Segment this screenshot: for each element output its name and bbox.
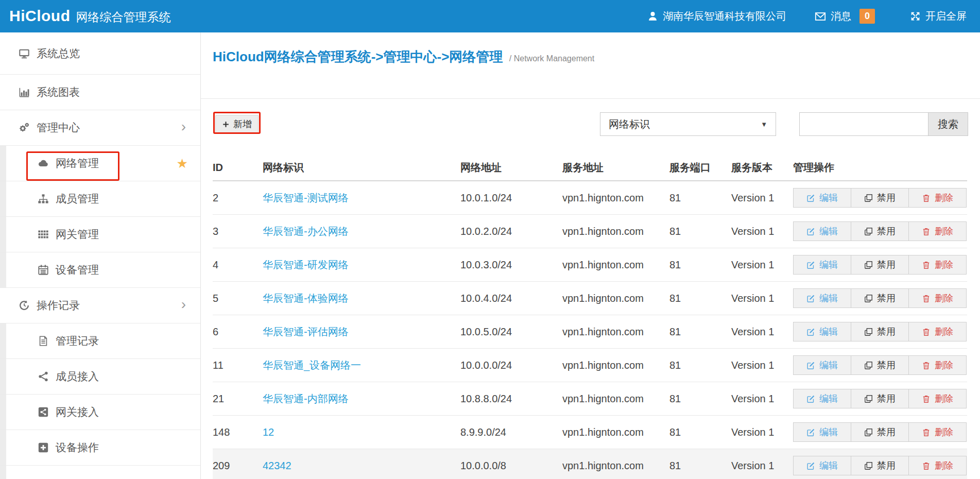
document-icon (38, 335, 49, 347)
sidebar-item-device-operations[interactable]: 设备操作 (0, 430, 200, 466)
edit-icon (806, 227, 815, 236)
filter-select-value: 网络标识 (609, 117, 650, 131)
network-link[interactable]: 华辰智通_设备网络一 (263, 360, 361, 371)
sidebar-item-label: 管理记录 (56, 334, 99, 348)
brand[interactable]: HiCloud 网络综合管理系统 (9, 7, 170, 25)
sidebar-item-gateway-access[interactable]: 网关接入 (0, 395, 200, 430)
network-table-wrap: ID 网络标识 网络地址 服务地址 服务端口 服务版本 管理操作 2 华辰智通-… (213, 155, 967, 479)
network-link[interactable]: 华辰智通-办公网络 (263, 226, 349, 237)
sidebar-menu: 系统总览 系统图表 管理中心 › 网络管理 ★ 成员管理 网关管理 设备管理 操… (0, 32, 201, 479)
disable-button[interactable]: 禁用 (851, 221, 909, 241)
sidebar-item-operation-records[interactable]: 操作记录 › (0, 288, 200, 323)
sidebar-item-admin-center[interactable]: 管理中心 › (0, 110, 200, 146)
edit-icon (806, 261, 815, 269)
cell-server-port: 81 (669, 282, 731, 315)
cell-server-port: 81 (669, 449, 731, 479)
edit-button[interactable]: 编辑 (793, 188, 851, 208)
edit-button[interactable]: 编辑 (793, 221, 851, 241)
calendar-icon (38, 264, 49, 276)
action-button-group: 编辑 禁用 删除 (793, 221, 967, 241)
delete-button[interactable]: 删除 (908, 255, 967, 275)
disable-button[interactable]: 禁用 (851, 422, 909, 442)
edit-button[interactable]: 编辑 (793, 255, 851, 275)
sidebar-item-gateway-management[interactable]: 网关管理 (0, 217, 200, 252)
trash-icon (922, 227, 931, 236)
network-link[interactable]: 华辰智通-内部网络 (263, 393, 349, 404)
cell-network-address: 8.9.9.0/24 (460, 416, 562, 449)
delete-button[interactable]: 删除 (908, 288, 967, 308)
cell-id: 5 (213, 282, 263, 315)
clone-icon (864, 361, 873, 370)
edit-button[interactable]: 编辑 (793, 322, 851, 341)
delete-button[interactable]: 删除 (908, 389, 967, 408)
sidebar-item-system-charts[interactable]: 系统图表 (0, 75, 200, 110)
disable-button[interactable]: 禁用 (851, 288, 909, 308)
delete-button[interactable]: 删除 (908, 221, 967, 241)
delete-button[interactable]: 删除 (908, 322, 967, 341)
cell-server-address: vpn1.hignton.com (562, 449, 669, 479)
cell-network-address: 10.0.0.0/24 (460, 349, 562, 382)
disable-button[interactable]: 禁用 (851, 255, 909, 275)
fullscreen-toggle[interactable]: 开启全屏 (910, 9, 967, 23)
sidebar-item-member-access[interactable]: 成员接入 (0, 359, 200, 395)
company-name: 湖南华辰智通科技有限公司 (663, 9, 786, 23)
network-link[interactable]: 华辰智通-体验网络 (263, 293, 349, 304)
column-id: ID (213, 155, 263, 181)
clone-icon (864, 395, 873, 403)
cell-network-name: 华辰智通_设备网络一 (263, 349, 460, 382)
filter-select[interactable]: 网络标识 ▼ (600, 112, 776, 136)
edit-button[interactable]: 编辑 (793, 355, 851, 375)
action-button-group: 编辑 禁用 删除 (793, 188, 967, 208)
page-header: HiCloud网络综合管理系统->管理中心->网络管理 / Network Ma… (201, 32, 980, 99)
chevron-right-icon: › (181, 296, 186, 313)
add-button[interactable]: 新增 (215, 115, 259, 133)
edit-button[interactable]: 编辑 (793, 288, 851, 308)
network-link[interactable]: 42342 (263, 460, 291, 471)
cell-actions: 编辑 禁用 删除 (793, 181, 967, 215)
delete-button[interactable]: 删除 (908, 355, 967, 375)
delete-button[interactable]: 删除 (908, 422, 967, 442)
network-link[interactable]: 华辰智通-研发网络 (263, 259, 349, 270)
cell-network-name: 华辰智通-评估网络 (263, 315, 460, 349)
sidebar-item-network-management[interactable]: 网络管理 ★ (0, 146, 200, 181)
page-subtitle: / Network Management (509, 54, 594, 63)
edit-button[interactable]: 编辑 (793, 456, 851, 475)
sidebar-item-management-records[interactable]: 管理记录 (0, 323, 200, 359)
delete-button[interactable]: 删除 (908, 456, 967, 475)
disable-button[interactable]: 禁用 (851, 355, 909, 375)
messages-menu[interactable]: 消息 0 (815, 9, 875, 24)
history-icon (19, 300, 30, 311)
cell-network-name: 12 (263, 416, 460, 449)
disable-button[interactable]: 禁用 (851, 456, 909, 475)
search-button[interactable]: 搜索 (928, 112, 968, 136)
cell-actions: 编辑 禁用 删除 (793, 449, 967, 479)
edit-button[interactable]: 编辑 (793, 422, 851, 442)
cell-server-address: vpn1.hignton.com (562, 315, 669, 349)
delete-button[interactable]: 删除 (908, 188, 967, 208)
sidebar-item-member-management[interactable]: 成员管理 (0, 181, 200, 217)
cell-id: 11 (213, 349, 263, 382)
network-table: ID 网络标识 网络地址 服务地址 服务端口 服务版本 管理操作 2 华辰智通-… (213, 155, 967, 479)
disable-button[interactable]: 禁用 (851, 389, 909, 408)
table-row: 5 华辰智通-体验网络 10.0.4.0/24 vpn1.hignton.com… (213, 282, 967, 315)
sidebar-item-device-management[interactable]: 设备管理 (0, 252, 200, 288)
cell-server-version: Version 1 (731, 181, 793, 215)
chevron-right-icon: › (181, 118, 186, 135)
desktop-icon (19, 48, 30, 59)
network-link[interactable]: 华辰智通-测试网络 (263, 192, 349, 203)
user-menu[interactable]: 湖南华辰智通科技有限公司 (647, 9, 786, 23)
edit-button[interactable]: 编辑 (793, 389, 851, 408)
disable-button[interactable]: 禁用 (851, 188, 909, 208)
cell-server-port: 81 (669, 315, 731, 349)
edit-icon (806, 294, 815, 303)
sidebar-item-label: 设备管理 (56, 263, 99, 277)
disable-button[interactable]: 禁用 (851, 322, 909, 341)
network-link[interactable]: 华辰智通-评估网络 (263, 326, 349, 337)
brand-name: HiCloud (9, 7, 70, 25)
sidebar-item-system-overview[interactable]: 系统总览 (0, 32, 200, 75)
search-input[interactable] (799, 112, 928, 136)
cell-network-name: 42342 (263, 449, 460, 479)
trash-icon (922, 194, 931, 202)
action-button-group: 编辑 禁用 删除 (793, 456, 967, 475)
network-link[interactable]: 12 (263, 426, 274, 438)
